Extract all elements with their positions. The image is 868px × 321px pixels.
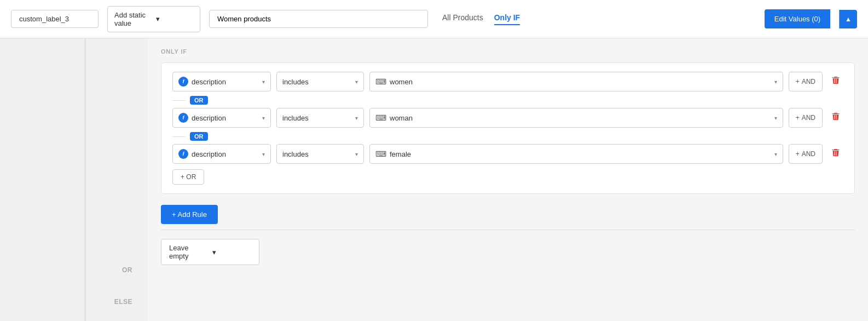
value-select-3[interactable]: ⌨ female ▾: [369, 144, 783, 164]
page-wrapper: custom_label_3 Add static value ▾ All Pr…: [0, 0, 868, 321]
body-content: OR ELSE ONLY IF f description ▾: [0, 38, 868, 321]
field-label-2: description: [192, 114, 259, 122]
condition-row-3: f description ▾ includes ▾ ⌨ female ▾: [172, 144, 843, 164]
edit-values-arrow-button[interactable]: ▲: [839, 10, 857, 28]
add-rule-button[interactable]: + Add Rule: [161, 205, 218, 224]
trash-icon-1: [831, 76, 840, 87]
and-button-3[interactable]: + AND: [789, 144, 823, 164]
or-line-1: [172, 100, 186, 101]
else-label: ELSE: [114, 298, 132, 306]
edit-values-button[interactable]: Edit Values (0): [765, 9, 830, 28]
delete-button-2[interactable]: [828, 110, 843, 125]
field-select-1[interactable]: f description ▾: [172, 72, 271, 91]
value-input[interactable]: [209, 10, 428, 28]
and-plus-1: +: [796, 78, 800, 85]
keyboard-icon-1: ⌨: [375, 77, 386, 86]
right-content: ONLY IF f description ▾ includes ▾: [148, 38, 868, 321]
vertical-line: [85, 38, 85, 321]
static-value-dropdown[interactable]: Add static value ▾: [107, 6, 200, 32]
value-select-2[interactable]: ⌨ woman ▾: [369, 108, 783, 128]
trash-icon-2: [831, 112, 840, 123]
leave-empty-chevron: ▾: [212, 248, 251, 256]
and-button-1[interactable]: + AND: [789, 72, 823, 91]
includes-chevron-2: ▾: [355, 115, 358, 121]
and-label-2: AND: [802, 114, 815, 122]
leave-empty-label: Leave empty: [169, 244, 208, 260]
or-label: OR: [122, 266, 132, 274]
trash-icon-3: [831, 148, 840, 159]
else-section: Leave empty ▾: [161, 230, 855, 265]
includes-select-3[interactable]: includes ▾: [276, 144, 364, 164]
field-icon-2: f: [178, 113, 188, 123]
value-select-1[interactable]: ⌨ women ▾: [369, 72, 783, 91]
leave-empty-dropdown[interactable]: Leave empty ▾: [161, 239, 259, 265]
keyboard-icon-2: ⌨: [375, 113, 386, 122]
rule-card: f description ▾ includes ▾ ⌨ women ▾: [161, 62, 855, 194]
delete-button-1[interactable]: [828, 74, 843, 89]
and-label-1: AND: [802, 78, 815, 85]
includes-label-2: includes: [282, 114, 352, 122]
else-label-wrapper: ELSE: [114, 297, 132, 306]
delete-button-3[interactable]: [828, 146, 843, 162]
field-label-3: description: [192, 150, 259, 158]
value-label-3: female: [390, 150, 771, 158]
chevron-icon-2: ▾: [262, 115, 265, 121]
condition-row-2: f description ▾ includes ▾ ⌨ woman ▾: [172, 108, 843, 128]
field-icon-1: f: [178, 77, 188, 87]
includes-label-3: includes: [282, 150, 352, 158]
or-badge-1: OR: [190, 96, 208, 105]
or-separator-1: OR: [172, 96, 843, 105]
keyboard-icon-3: ⌨: [375, 150, 386, 158]
condition-row-1: f description ▾ includes ▾ ⌨ women ▾: [172, 72, 843, 91]
chevron-icon-1: ▾: [262, 79, 265, 85]
tab-only-if[interactable]: Only IF: [494, 13, 520, 25]
and-plus-3: +: [796, 150, 800, 158]
or-badge-2: OR: [190, 132, 208, 141]
value-label-1: women: [390, 78, 771, 86]
left-sidebar: OR ELSE: [0, 38, 148, 321]
includes-chevron-3: ▾: [355, 151, 358, 157]
field-label-1: description: [192, 78, 259, 86]
includes-chevron-1: ▾: [355, 79, 358, 85]
value-label-2: woman: [390, 114, 771, 122]
value-chevron-2: ▾: [774, 115, 777, 121]
includes-label-1: includes: [282, 78, 352, 86]
and-plus-2: +: [796, 114, 800, 122]
or-separator-2: OR: [172, 132, 843, 141]
chevron-down-icon: ▾: [156, 15, 193, 23]
field-select-2[interactable]: f description ▾: [172, 108, 271, 128]
includes-select-2[interactable]: includes ▾: [276, 108, 364, 128]
add-or-button[interactable]: + OR: [172, 169, 204, 185]
only-if-label: ONLY IF: [161, 48, 855, 55]
and-button-2[interactable]: + AND: [789, 108, 823, 128]
field-select-3[interactable]: f description ▾: [172, 144, 271, 164]
value-chevron-3: ▾: [774, 151, 777, 157]
and-label-3: AND: [802, 150, 815, 158]
or-label-wrapper: OR: [122, 266, 132, 274]
value-chevron-1: ▾: [774, 79, 777, 85]
chevron-icon-3: ▾: [262, 151, 265, 157]
field-icon-3: f: [178, 149, 188, 159]
label-field: custom_label_3: [11, 10, 99, 28]
static-value-label: Add static value: [114, 11, 152, 27]
includes-select-1[interactable]: includes ▾: [276, 72, 364, 91]
or-line-2: [172, 136, 186, 137]
tabs-group: All Products Only IF: [442, 13, 520, 25]
tab-all-products[interactable]: All Products: [442, 13, 483, 25]
top-bar: custom_label_3 Add static value ▾ All Pr…: [0, 0, 868, 38]
